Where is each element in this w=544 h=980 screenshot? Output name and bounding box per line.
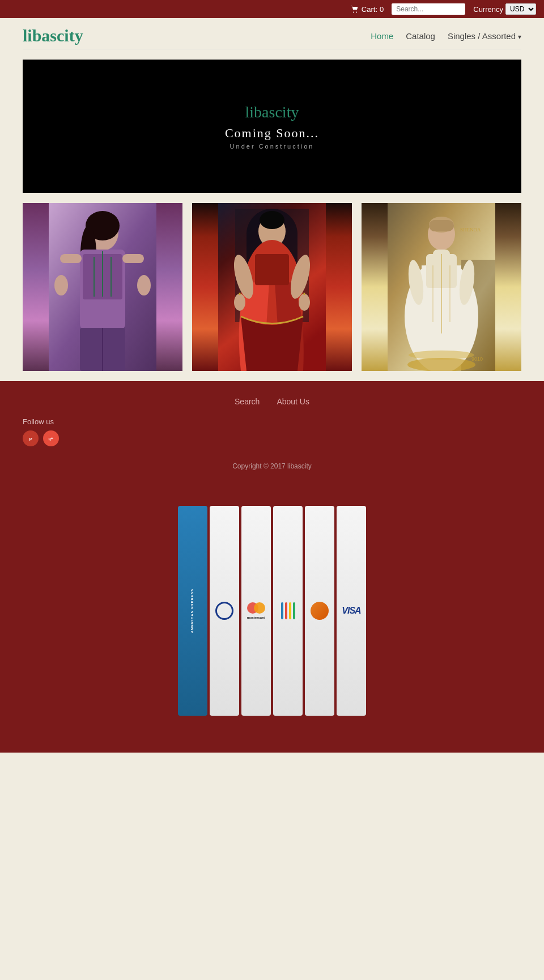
google-plus-icon[interactable]: g+ xyxy=(43,430,59,446)
chevron-down-icon xyxy=(518,31,521,41)
hero-banner: libascity Coming Soon... Under Construct… xyxy=(23,60,521,193)
visa-text: VISA xyxy=(342,606,360,616)
singles-assorted-label: Singles / Assorted xyxy=(448,31,516,41)
gpay-bars xyxy=(281,602,295,619)
gpay-bar-red xyxy=(285,602,287,619)
svg-text:9010: 9010 xyxy=(471,356,483,362)
cart-label: Cart: xyxy=(362,5,377,14)
svg-text:g+: g+ xyxy=(49,437,53,441)
svg-text:P: P xyxy=(29,437,33,442)
product-image-3[interactable]: SHENOA 9010 xyxy=(362,203,521,371)
cart-count: 0 xyxy=(380,5,384,14)
pinterest-svg: P xyxy=(27,434,35,442)
payment-badge-discover xyxy=(305,506,334,716)
discover-circle xyxy=(311,602,329,620)
product-2-image xyxy=(218,203,326,371)
logo[interactable]: libascity xyxy=(23,26,83,45)
svg-rect-23 xyxy=(255,254,289,285)
svg-point-26 xyxy=(234,294,245,311)
nav-divider xyxy=(23,49,521,49)
cart-area[interactable]: Cart: 0 xyxy=(350,5,384,14)
svg-rect-9 xyxy=(122,254,144,263)
search-area[interactable] xyxy=(392,3,465,15)
mc-circles xyxy=(247,602,265,614)
payment-badges: AMERICAN EXPRESS mastercard xyxy=(178,503,366,719)
product-grid: SHENOA 9010 xyxy=(23,203,521,371)
mc-content: mastercard xyxy=(247,602,265,619)
nav-singles-assorted[interactable]: Singles / Assorted xyxy=(448,31,521,41)
payment-section: AMERICAN EXPRESS mastercard xyxy=(0,480,544,753)
header: libascity Home Catalog Singles / Assorte… xyxy=(0,18,544,49)
product-image-1[interactable] xyxy=(23,203,182,371)
svg-point-21 xyxy=(260,211,284,229)
copyright: Copyright © 2017 libascity xyxy=(23,455,521,470)
mc-circle-yellow xyxy=(254,602,265,614)
gpay-bar-green xyxy=(293,602,295,619)
discover-content xyxy=(311,602,329,620)
gpay-bar-yellow xyxy=(289,602,291,619)
svg-rect-37 xyxy=(429,220,454,231)
follow-us-label: Follow us xyxy=(23,417,521,426)
amex-text: AMERICAN EXPRESS xyxy=(190,589,195,633)
mc-text: mastercard xyxy=(247,616,265,619)
pinterest-icon[interactable]: P xyxy=(23,430,39,446)
payment-badge-visa: VISA xyxy=(337,506,366,716)
hero-coming-soon: Coming Soon... xyxy=(225,126,319,141)
svg-point-0 xyxy=(353,12,354,13)
footer-links: Search About Us xyxy=(23,397,521,406)
currency-label: Currency xyxy=(473,5,503,14)
hero-under-construction: Under Construction xyxy=(230,143,314,150)
payment-badge-gpay xyxy=(273,506,303,716)
svg-point-10 xyxy=(54,275,68,295)
payment-badge-mastercard: mastercard xyxy=(241,506,271,716)
nav: Home Catalog Singles / Assorted xyxy=(371,31,521,41)
svg-point-42 xyxy=(407,358,475,371)
payment-badge-amex: AMERICAN EXPRESS xyxy=(178,506,207,716)
payment-badge-circle xyxy=(210,506,239,716)
follow-us-section: Follow us P g+ xyxy=(23,417,521,446)
footer-about-link[interactable]: About Us xyxy=(277,397,309,406)
gpay-bar-blue xyxy=(281,602,283,619)
svg-point-11 xyxy=(137,275,151,295)
product-1-image xyxy=(49,203,156,371)
search-input[interactable] xyxy=(392,3,465,15)
top-bar: Cart: 0 Currency USD EUR GBP CAD AUD xyxy=(0,0,544,18)
product-image-2[interactable] xyxy=(192,203,352,371)
footer: Search About Us Follow us P g+ Copyright… xyxy=(0,381,544,480)
currency-area[interactable]: Currency USD EUR GBP CAD AUD xyxy=(473,3,536,15)
circle-content xyxy=(215,602,233,620)
hero-logo: libascity xyxy=(245,103,299,121)
svg-text:SHENOA: SHENOA xyxy=(460,227,481,233)
circle-logo xyxy=(215,602,233,620)
footer-search-link[interactable]: Search xyxy=(235,397,260,406)
product-3-image: SHENOA 9010 xyxy=(388,203,495,371)
google-plus-svg: g+ xyxy=(47,434,55,442)
visa-content: VISA xyxy=(342,606,360,616)
svg-point-1 xyxy=(356,12,357,13)
cart-icon xyxy=(350,5,359,13)
nav-catalog[interactable]: Catalog xyxy=(406,31,435,41)
svg-rect-8 xyxy=(60,254,82,263)
svg-point-43 xyxy=(409,350,474,360)
gpay-content xyxy=(281,602,295,619)
currency-select[interactable]: USD EUR GBP CAD AUD xyxy=(505,3,536,15)
social-icons: P g+ xyxy=(23,430,521,446)
svg-point-27 xyxy=(299,294,310,311)
amex-content: AMERICAN EXPRESS xyxy=(186,584,199,637)
nav-home[interactable]: Home xyxy=(371,31,393,41)
